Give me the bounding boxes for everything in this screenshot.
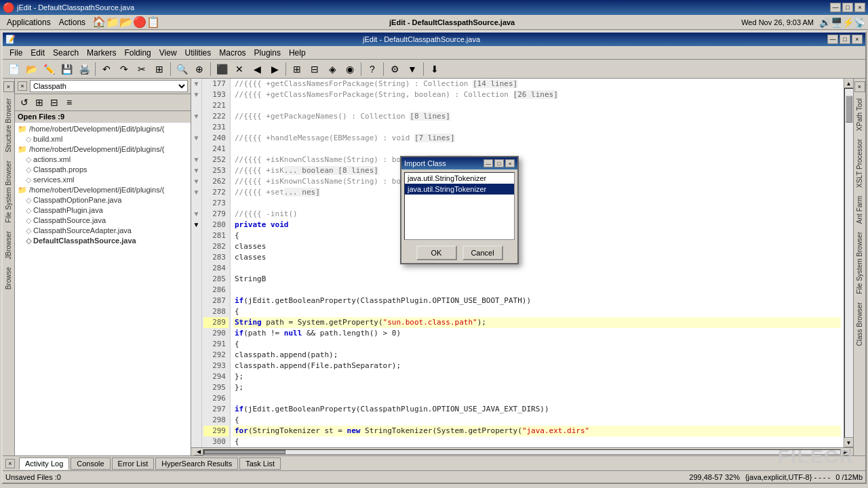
search-btn[interactable]: 🔍 bbox=[174, 61, 190, 77]
horizontal-scrollbar-area[interactable]: ◀ ▶ bbox=[191, 447, 853, 455]
classpath-dropdown[interactable]: Classpath bbox=[30, 80, 188, 92]
menu-actions[interactable]: Actions bbox=[55, 16, 90, 28]
scroll-right-btn[interactable]: ▶ bbox=[841, 449, 850, 455]
tool-e[interactable]: ⊞ bbox=[289, 61, 305, 77]
dialog-list-item-0[interactable]: java.util.StringTokenizer bbox=[405, 173, 514, 184]
tab-hypersearch-results[interactable]: HyperSearch Results bbox=[155, 458, 238, 470]
tab-ant-farm[interactable]: Ant Farm bbox=[854, 192, 865, 227]
tool-settings[interactable]: ⚙ bbox=[387, 61, 403, 77]
tab-xslt-processor[interactable]: XSLT Processor bbox=[854, 136, 865, 191]
tree-file-source[interactable]: ◇ ClasspathSource.java bbox=[16, 216, 189, 226]
bottom-close-btn[interactable]: × bbox=[5, 459, 15, 468]
tree-collapse-btn[interactable]: ⊟ bbox=[47, 96, 61, 109]
tab-xpath-tool[interactable]: XPath Tool bbox=[854, 95, 865, 134]
tool-a[interactable]: ⬛ bbox=[214, 61, 230, 77]
tool-h[interactable]: ◉ bbox=[342, 61, 358, 77]
tree-expand-btn[interactable]: ⊞ bbox=[33, 96, 46, 109]
redo-btn[interactable]: ↷ bbox=[116, 61, 132, 77]
cut-btn[interactable]: ✂ bbox=[134, 61, 150, 77]
tree-file-services[interactable]: ◇ services.xml bbox=[16, 175, 189, 185]
tree-file-plugin[interactable]: ◇ ClasspathPlugin.java bbox=[16, 205, 189, 216]
dialog-cancel-button[interactable]: Cancel bbox=[462, 245, 503, 260]
menu-plugins[interactable]: Plugins bbox=[250, 47, 285, 59]
tree-file-adapter[interactable]: ◇ ClasspathSourceAdapter.java bbox=[16, 226, 189, 236]
scroll-down-btn[interactable]: ▼ bbox=[844, 438, 854, 447]
h-scroll-thumb[interactable] bbox=[204, 450, 285, 454]
menu-markers[interactable]: Markers bbox=[83, 47, 120, 59]
tab-console[interactable]: Console bbox=[71, 458, 110, 470]
tree-refresh-btn[interactable]: ↺ bbox=[18, 96, 31, 109]
tab-browse[interactable]: Browse bbox=[3, 264, 14, 293]
copy-btn[interactable]: ⊞ bbox=[151, 61, 167, 77]
tool-c[interactable]: ◀ bbox=[249, 61, 265, 77]
scroll-track[interactable] bbox=[844, 88, 854, 438]
print-btn[interactable]: 🖨️ bbox=[76, 61, 92, 77]
right-close-btn[interactable]: × bbox=[854, 81, 865, 92]
tree-close-btn[interactable]: × bbox=[18, 81, 27, 91]
inner-minimize-button[interactable]: — bbox=[827, 35, 838, 44]
undo-btn[interactable]: ↶ bbox=[98, 61, 115, 77]
scroll-thumb[interactable] bbox=[846, 96, 852, 123]
code-line-300: { bbox=[233, 436, 841, 447]
tree-menu-btn[interactable]: ≡ bbox=[62, 96, 76, 109]
tree-file-props[interactable]: ◇ Classpath.props bbox=[16, 165, 189, 175]
vertical-scrollbar[interactable]: ▲ ▼ bbox=[844, 79, 853, 447]
menu-view[interactable]: View bbox=[155, 47, 181, 59]
inner-restore-button[interactable]: □ bbox=[840, 35, 850, 44]
tree-folder-1[interactable]: 📁 /home/robert/Development/jEdit/plugins… bbox=[16, 124, 189, 134]
code-editor[interactable]: //{{{{ +getClassNamesForPackage(String) … bbox=[231, 79, 844, 447]
tab-file-system-browser[interactable]: File System Browser bbox=[854, 228, 865, 298]
menu-help[interactable]: Help bbox=[285, 47, 310, 59]
dialog-minimize-btn[interactable]: — bbox=[484, 159, 493, 167]
tab-activity-log[interactable]: Activity Log bbox=[19, 458, 69, 470]
tool-arrow[interactable]: ▼ bbox=[404, 61, 420, 77]
tool-b[interactable]: ✕ bbox=[231, 61, 248, 77]
tree-file-optionpane[interactable]: ◇ ClasspathOptionPane.java bbox=[16, 195, 189, 205]
maximize-button[interactable]: □ bbox=[842, 3, 853, 12]
tool-down[interactable]: ⬇ bbox=[427, 61, 443, 77]
dialog-close-btn[interactable]: × bbox=[505, 159, 515, 167]
tool-d[interactable]: ▶ bbox=[267, 61, 283, 77]
search2-btn[interactable]: ⊕ bbox=[191, 61, 208, 77]
menu-applications[interactable]: Applications bbox=[3, 16, 55, 28]
tab-structure-browser[interactable]: Structure Browser bbox=[3, 95, 14, 156]
tab-class-browser[interactable]: Class Browser bbox=[854, 299, 865, 349]
tree-folder-2[interactable]: 📁 /home/robert/Development/jEdit/plugins… bbox=[16, 144, 189, 155]
tool3[interactable]: ✏️ bbox=[41, 61, 57, 77]
dialog-list[interactable]: java.util.StringTokenizer java.util.Stri… bbox=[404, 172, 515, 240]
help-btn[interactable]: ? bbox=[364, 61, 380, 77]
menu-file[interactable]: File bbox=[5, 47, 26, 59]
tree-file-build[interactable]: ◇ build.xml bbox=[16, 134, 189, 144]
dialog-ok-button[interactable]: OK bbox=[416, 245, 457, 260]
h-scroll-track[interactable] bbox=[203, 449, 841, 455]
scroll-up-btn[interactable]: ▲ bbox=[844, 79, 854, 88]
tool-f[interactable]: ⊟ bbox=[307, 61, 323, 77]
inner-titlebar-controls[interactable]: — □ × bbox=[827, 35, 863, 44]
tree-file-default[interactable]: ◇ DefaultClasspathSource.java bbox=[16, 236, 189, 246]
tree-folder-3[interactable]: 📁 /home/robert/Development/jEdit/plugins… bbox=[16, 185, 189, 195]
scroll-left-btn[interactable]: ◀ bbox=[194, 449, 203, 455]
close-button[interactable]: × bbox=[854, 3, 865, 12]
tab-error-list[interactable]: Error List bbox=[112, 458, 155, 470]
left-close-btn[interactable]: × bbox=[3, 81, 14, 92]
dialog-restore-btn[interactable]: □ bbox=[494, 159, 504, 167]
menu-edit[interactable]: Edit bbox=[26, 47, 49, 59]
fold-toggle[interactable]: ▼ bbox=[191, 79, 201, 89]
menu-folding[interactable]: Folding bbox=[120, 47, 155, 59]
menu-utilities[interactable]: Utilities bbox=[181, 47, 216, 59]
menu-search[interactable]: Search bbox=[49, 47, 83, 59]
open-file-btn[interactable]: 📂 bbox=[23, 61, 39, 77]
titlebar-controls[interactable]: — □ × bbox=[830, 3, 865, 12]
inner-close-button[interactable]: × bbox=[852, 35, 863, 44]
tool-g[interactable]: ◈ bbox=[324, 61, 340, 77]
tab-jbrowser[interactable]: JBrowser bbox=[3, 228, 14, 263]
dialog-list-item-1[interactable]: java.util.StringTokenizer bbox=[405, 184, 514, 195]
tab-filesystem-browser[interactable]: File System Browser bbox=[3, 157, 14, 226]
save-btn[interactable]: 💾 bbox=[58, 61, 75, 77]
new-file-btn[interactable]: 📄 bbox=[5, 61, 22, 77]
minimize-button[interactable]: — bbox=[830, 3, 841, 12]
tree-file-actions[interactable]: ◇ actions.xml bbox=[16, 155, 189, 165]
tab-task-list[interactable]: Task List bbox=[239, 458, 281, 470]
menu-macros[interactable]: Macros bbox=[215, 47, 250, 59]
dialog-title-controls[interactable]: — □ × bbox=[484, 159, 515, 167]
